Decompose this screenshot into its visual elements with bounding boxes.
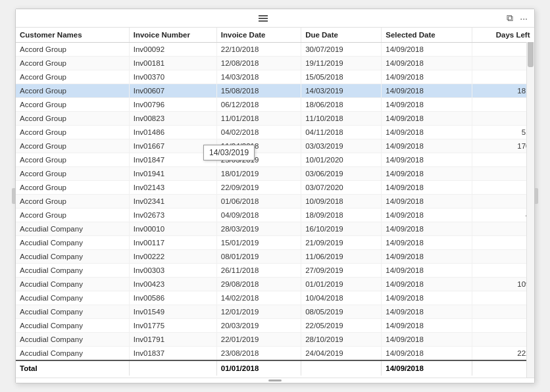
cell-invoice-number: Inv02143 [129, 181, 216, 195]
cell-invoice-date: 08/01/2019 [216, 250, 301, 264]
cell-days-left [472, 236, 534, 250]
window-footer [16, 378, 534, 383]
cell-invoice-date: 23/08/2018 [216, 347, 301, 361]
col-header-customer[interactable]: Customer Names [16, 28, 129, 43]
cell-selected-date: 14/09/2018 [382, 167, 472, 181]
table-container[interactable]: Customer Names Invoice Number Invoice Da… [16, 28, 534, 378]
cell-customer: Accord Group [16, 181, 129, 195]
cell-invoice-number: Inv00117 [129, 236, 216, 250]
table-row[interactable]: Accudial CompanyInv0030326/11/201827/09/… [16, 264, 534, 278]
cell-due-date: 27/09/2019 [301, 264, 382, 278]
cell-customer: Accord Group [16, 43, 129, 57]
cell-due-date: 10/04/2018 [301, 291, 382, 305]
cell-invoice-number: Inv00303 [129, 264, 216, 278]
footer-selected-date: 14/09/2018 [382, 360, 472, 376]
table-row[interactable]: Accudial CompanyInv0183723/08/201824/04/… [16, 347, 534, 361]
table-row[interactable]: Accudial CompanyInv0154912/01/201908/05/… [16, 305, 534, 319]
cell-days-left: 170 [472, 139, 534, 153]
table-row[interactable]: Accord GroupInv0148604/02/201804/11/2018… [16, 126, 534, 139]
footer-invoice-number [129, 360, 216, 376]
table-row[interactable]: Accudial CompanyInv0022208/01/201911/06/… [16, 250, 534, 264]
cell-selected-date: 14/09/2018 [382, 195, 472, 208]
cell-invoice-number: Inv01775 [129, 319, 216, 333]
cell-due-date: 03/07/2020 [301, 181, 382, 195]
cell-invoice-number: Inv01847 [129, 153, 216, 167]
table-row[interactable]: Accudial CompanyInv0058614/02/201810/04/… [16, 291, 534, 305]
table-row[interactable]: Accord GroupInv0194118/01/201903/06/2019… [16, 167, 534, 181]
cell-selected-date: 14/09/2018 [382, 57, 472, 70]
cell-invoice-number: Inv00423 [129, 278, 216, 291]
table-row[interactable]: Accord GroupInv0018112/08/201819/11/2019… [16, 57, 534, 70]
cell-invoice-date: 20/03/2019 [216, 319, 301, 333]
col-header-invoice-number[interactable]: Invoice Number [129, 28, 216, 43]
invoice-table: Customer Names Invoice Number Invoice Da… [16, 28, 534, 376]
table-row[interactable]: Accord GroupInv0079606/12/201818/06/2018… [16, 98, 534, 112]
table-row[interactable]: Accudial CompanyInv0177520/03/201922/05/… [16, 319, 534, 333]
cell-invoice-date: 28/03/2019 [216, 222, 301, 236]
cell-invoice-number: Inv00823 [129, 112, 216, 126]
cell-invoice-date: 29/08/2018 [216, 278, 301, 291]
col-header-invoice-date[interactable]: Invoice Date [216, 28, 301, 43]
right-resize-handle[interactable] [534, 188, 538, 204]
table-row[interactable]: Accord GroupInv0234101/06/201810/09/2018… [16, 195, 534, 208]
cell-invoice-number: Inv00607 [129, 84, 216, 98]
cell-days-left: 51 [472, 126, 534, 139]
cell-selected-date: 14/09/2018 [382, 181, 472, 195]
titlebar-actions: ⧉ ··· [505, 11, 529, 25]
menu-icon[interactable] [259, 15, 268, 22]
col-header-due-date[interactable]: Due Date [301, 28, 382, 43]
table-row[interactable]: Accord GroupInv0009222/10/201830/07/2019… [16, 43, 534, 57]
col-header-selected-date[interactable]: Selected Date [382, 28, 472, 43]
cell-selected-date: 14/09/2018 [382, 319, 472, 333]
cell-invoice-date: 11/04/2018 [216, 139, 301, 153]
col-header-days-left[interactable]: Days Left [472, 28, 534, 43]
table-row[interactable]: Accudial CompanyInv0011715/01/201921/09/… [16, 236, 534, 250]
left-resize-handle[interactable] [12, 188, 16, 204]
resize-handle-bottom[interactable] [268, 380, 282, 381]
cell-days-left: 181 [472, 84, 534, 98]
cell-due-date: 24/04/2019 [301, 347, 382, 361]
cell-days-left [472, 250, 534, 264]
cell-invoice-number: Inv01486 [129, 126, 216, 139]
table-row[interactable]: Accord GroupInv0060715/08/201814/03/2019… [16, 84, 534, 98]
cell-invoice-date: 22/09/2019 [216, 181, 301, 195]
cell-invoice-date: 14/02/2018 [216, 291, 301, 305]
cell-invoice-date: 04/09/2018 [216, 208, 301, 222]
cell-invoice-date: 26/11/2018 [216, 264, 301, 278]
expand-icon[interactable]: ⧉ [505, 11, 514, 25]
table-row[interactable]: Accord GroupInv0166711/04/201803/03/2019… [16, 139, 534, 153]
table-row[interactable]: Accord GroupInv0082311/01/201811/10/2018… [16, 112, 534, 126]
table-row[interactable]: Accord GroupInv0184725/03/201910/01/2020… [16, 153, 534, 167]
cell-days-left [472, 70, 534, 84]
table-row[interactable]: Accudial CompanyInv0001028/03/201916/10/… [16, 222, 534, 236]
scrollbar-track[interactable] [526, 28, 534, 378]
table-row[interactable]: Accord GroupInv0267304/09/201818/09/2018… [16, 208, 534, 222]
cell-days-left [472, 57, 534, 70]
cell-days-left [472, 167, 534, 181]
table-row[interactable]: Accudial CompanyInv0179122/01/201928/10/… [16, 333, 534, 347]
table-header-row: Customer Names Invoice Number Invoice Da… [16, 28, 534, 43]
cell-selected-date: 14/09/2018 [382, 333, 472, 347]
cell-selected-date: 14/09/2018 [382, 139, 472, 153]
cell-customer: Accudial Company [16, 250, 129, 264]
cell-customer: Accord Group [16, 57, 129, 70]
table-row[interactable]: Accord GroupInv0214322/09/201903/07/2020… [16, 181, 534, 195]
cell-customer: Accord Group [16, 70, 129, 84]
cell-due-date: 30/07/2019 [301, 43, 382, 57]
cell-selected-date: 14/09/2018 [382, 250, 472, 264]
cell-invoice-date: 14/03/2018 [216, 70, 301, 84]
cell-selected-date: 14/09/2018 [382, 126, 472, 139]
cell-customer: Accudial Company [16, 305, 129, 319]
cell-customer: Accord Group [16, 167, 129, 181]
more-options-icon[interactable]: ··· [518, 12, 529, 25]
cell-invoice-number: Inv02341 [129, 195, 216, 208]
table-row[interactable]: Accudial CompanyInv0042329/08/201801/01/… [16, 278, 534, 291]
cell-customer: Accord Group [16, 112, 129, 126]
cell-invoice-number: Inv01549 [129, 305, 216, 319]
footer-label: Total [16, 360, 129, 376]
cell-invoice-number: Inv01837 [129, 347, 216, 361]
cell-invoice-number: Inv00586 [129, 291, 216, 305]
cell-due-date: 14/03/2019 [301, 84, 382, 98]
table-row[interactable]: Accord GroupInv0037014/03/201815/05/2018… [16, 70, 534, 84]
footer-invoice-date: 01/01/2018 [216, 360, 301, 376]
